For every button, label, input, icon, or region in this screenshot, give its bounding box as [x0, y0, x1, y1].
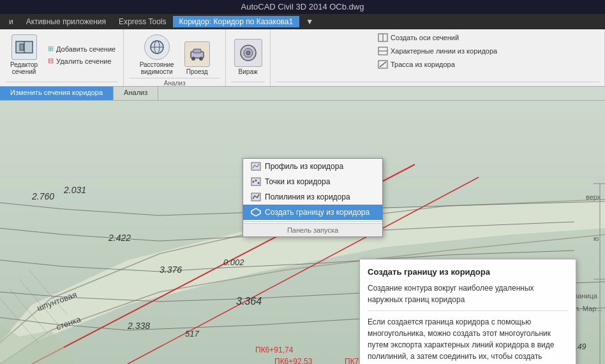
ribbon-section-analysis: Расстояниевидимости Проезд Анализ [124, 29, 226, 86]
editor-label: Редакторсечений [10, 61, 38, 75]
tooltip-desc: Создание контура вокруг наиболее удаленн… [368, 282, 568, 305]
ribbon-btn-remove-section[interactable]: ⊟ Удалить сечение [45, 55, 118, 66]
ribbon-btn-editor-large[interactable]: Редакторсечений [5, 32, 43, 78]
svg-text:ю: ю [594, 235, 599, 242]
ribbon-section-editor: Редакторсечений ⊞ Добавить сечение ⊟ Уда… [0, 29, 124, 86]
create-axes-label: Создать оси сечений [391, 34, 459, 41]
title-text: AutoCAD Civil 3D 2014 OCb.dwg [241, 2, 364, 11]
menu-item-active-apps[interactable]: Активные приложения [20, 16, 112, 27]
svg-text:2.422: 2.422 [108, 233, 131, 243]
ribbon-btn-trassa[interactable]: Трасса из коридора [375, 59, 500, 70]
svg-text:2.760: 2.760 [31, 191, 54, 201]
svg-point-8 [199, 57, 203, 61]
ribbon-section-virage: Вираж [226, 29, 271, 86]
main-area: 2.760 2.031 2.422 3.376 0.002 3.364 2.33… [0, 101, 605, 364]
dropdown-panel-label[interactable]: Панель запуска [243, 223, 382, 237]
dropdown-menu: Профиль из коридора Точки из коридора По… [243, 158, 383, 237]
add-section-label: Добавить сечение [56, 45, 116, 53]
drive-label: Проезд [186, 68, 208, 75]
dropdown-polyline-label: Полилиния из коридора [265, 193, 350, 201]
char-lines-label: Характерные линии из коридора [391, 47, 497, 55]
svg-text:517: 517 [185, 329, 199, 339]
tooltip-title: Создать границу из коридора [368, 266, 568, 279]
ribbon-btn-char-lines[interactable]: Характерные линии из коридора [375, 45, 500, 57]
trassa-label: Трасса из коридора [391, 61, 455, 68]
svg-text:3.364: 3.364 [236, 296, 262, 307]
menu-bar: и Активные приложения Express Tools Кори… [0, 14, 605, 29]
svg-text:2.338: 2.338 [127, 321, 150, 331]
dropdown-item-boundary[interactable]: Создать границу из коридора [243, 205, 382, 220]
menu-item-corridor[interactable]: Коридор: Коридор по Казакова1 [173, 16, 300, 27]
dropdown-points-label: Точки из коридора [265, 177, 330, 186]
dropdown-item-profile[interactable]: Профиль из коридора [243, 159, 382, 174]
analysis-group-label: Анализ [129, 78, 220, 87]
ribbon-btn-virage[interactable]: Вираж [232, 36, 265, 78]
tooltip-popup: Создать границу из коридора Создание кон… [359, 259, 576, 364]
svg-text:верх: верх [586, 193, 601, 201]
dropdown-item-polyline[interactable]: Полилиния из коридора [243, 189, 382, 205]
svg-text:ПК6+91,74: ПК6+91,74 [255, 346, 294, 354]
view-distance-label: Расстояниевидимости [140, 61, 174, 75]
dropdown-profile-label: Профиль из коридора [265, 162, 343, 171]
ribbon-btn-create-axes[interactable]: Создать оси сечений [375, 32, 500, 43]
svg-marker-61 [251, 208, 260, 216]
editor-group-label [5, 82, 118, 84]
ribbon-btn-add-section[interactable]: ⊞ Добавить сечение [45, 43, 118, 54]
svg-point-7 [191, 57, 195, 61]
svg-point-12 [246, 51, 250, 55]
ribbon: Редакторсечений ⊞ Добавить сечение ⊟ Уда… [0, 29, 605, 87]
title-bar: AutoCAD Civil 3D 2014 OCb.dwg [0, 0, 605, 14]
menu-item-express-tools[interactable]: Express Tools [112, 16, 172, 27]
ribbon-btn-drive[interactable]: Проезд [182, 39, 213, 78]
dropdown-boundary-label: Создать границу из коридора [265, 208, 370, 217]
svg-text:2.031: 2.031 [63, 185, 86, 195]
svg-line-18 [380, 62, 386, 67]
svg-point-57 [253, 181, 255, 183]
tooltip-detail: Если создается граница коридора с помощь… [368, 310, 568, 365]
dropdown-item-points[interactable]: Точки из коридора [243, 174, 382, 189]
section-bar: Изменить сечения коридора Анализ [0, 87, 605, 101]
svg-text:ПК6+92,53: ПК6+92,53 [274, 357, 313, 364]
svg-point-58 [255, 180, 257, 182]
dropdown-separator [243, 221, 382, 222]
section-bar-item-corridor[interactable]: Изменить сечения коридора [0, 87, 114, 100]
virage-label: Вираж [239, 68, 258, 75]
svg-text:0.002: 0.002 [223, 258, 244, 267]
ribbon-btn-view-distance[interactable]: Расстояниевидимости [137, 32, 177, 78]
menu-item-и[interactable]: и [3, 16, 20, 27]
menu-item-arrow[interactable]: ▼ [299, 16, 320, 27]
remove-section-label: Удалить сечение [56, 57, 112, 65]
virage-group-label [231, 82, 265, 84]
svg-point-59 [258, 182, 260, 184]
svg-rect-2 [20, 44, 24, 50]
svg-text:3.376: 3.376 [160, 265, 182, 275]
ribbon-section-right: Создать оси сечений Характерные линии из… [271, 29, 605, 86]
right-group-label [276, 82, 599, 84]
section-bar-item-analysis[interactable]: Анализ [114, 87, 158, 100]
svg-rect-9 [193, 49, 201, 53]
